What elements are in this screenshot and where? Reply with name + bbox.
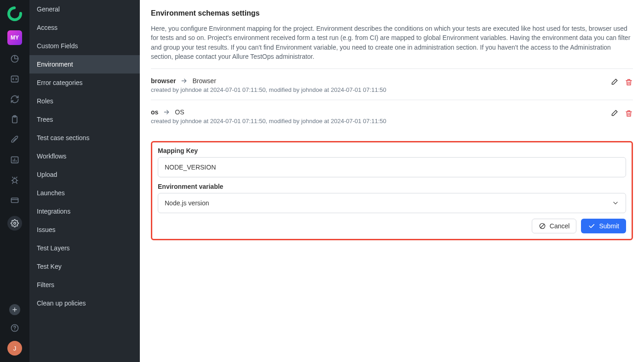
user-avatar[interactable]: J (7, 341, 22, 356)
check-icon (588, 222, 595, 230)
env-mapping-row: os OS created by johndoe at 2024-07-01 0… (151, 100, 633, 131)
mapping-key: os (151, 108, 158, 116)
sidebar-item-roles[interactable]: Roles (29, 92, 140, 110)
sidebar-item-test-key[interactable]: Test Key (29, 257, 140, 276)
env-mapping-row: browser Browser created by johndoe at 20… (151, 69, 633, 100)
cancel-button-label: Cancel (550, 222, 570, 230)
page-title: Environment schemas settings (151, 9, 633, 17)
mapping-value: Browser (192, 77, 216, 85)
trash-icon[interactable] (625, 109, 633, 118)
edit-icon[interactable] (610, 78, 618, 86)
card-icon[interactable] (10, 196, 19, 205)
page-description: Here, you configure Environment mapping … (151, 24, 633, 61)
cancel-icon (539, 222, 546, 230)
svg-point-5 (13, 179, 17, 182)
sidebar-item-environment[interactable]: Environment (29, 55, 140, 74)
sidebar-item-clean-up-policies[interactable]: Clean up policies (29, 294, 140, 312)
help-icon[interactable] (10, 323, 19, 333)
bar-chart-icon[interactable] (10, 155, 19, 164)
mapping-meta: created by johndoe at 2024-07-01 07:11:5… (151, 86, 610, 93)
sidebar-item-error-categories[interactable]: Error categories (29, 74, 140, 92)
env-var-label: Environment variable (158, 183, 626, 190)
bug-icon[interactable] (10, 175, 19, 185)
sidebar-item-launches[interactable]: Launches (29, 184, 140, 202)
sidebar-item-custom-fields[interactable]: Custom Fields (29, 37, 140, 55)
sidebar-item-filters[interactable]: Filters (29, 276, 140, 294)
svg-point-0 (9, 8, 21, 20)
clipboard-icon[interactable] (10, 115, 19, 124)
mapping-key: browser (151, 77, 176, 85)
chevron-down-icon (612, 199, 619, 207)
sidebar-item-access[interactable]: Access (29, 18, 140, 37)
svg-rect-6 (12, 198, 18, 203)
mapping-value: OS (175, 108, 184, 116)
trash-icon[interactable] (625, 78, 633, 86)
rail-nav-icons (7, 54, 22, 231)
sync-icon[interactable] (10, 95, 19, 104)
main-content: Environment schemas settings Here, you c… (140, 0, 644, 362)
arrow-right-icon (163, 108, 170, 116)
env-var-select-value: Node.js version (165, 199, 209, 207)
sidebar-item-upload[interactable]: Upload (29, 165, 140, 184)
add-button-icon[interactable] (9, 304, 20, 315)
project-badge[interactable]: MY (7, 30, 22, 45)
settings-icon[interactable] (7, 216, 22, 231)
edit-icon[interactable] (610, 109, 618, 118)
mapping-key-input[interactable] (158, 157, 626, 177)
settings-sidebar: General Access Custom Fields Environment… (29, 0, 140, 362)
mapping-meta: created by johndoe at 2024-07-01 07:11:5… (151, 118, 610, 124)
submit-button[interactable]: Submit (581, 219, 626, 233)
svg-line-10 (540, 224, 544, 228)
arrow-right-icon (180, 77, 188, 85)
rocket-icon[interactable] (10, 135, 19, 144)
sidebar-item-general[interactable]: General (29, 0, 140, 18)
submit-button-label: Submit (599, 222, 619, 230)
pie-chart-icon[interactable] (10, 54, 19, 63)
sidebar-item-test-case-sections[interactable]: Test case sections (29, 129, 140, 147)
env-var-select[interactable]: Node.js version (158, 193, 626, 213)
sidebar-item-trees[interactable]: Trees (29, 110, 140, 129)
svg-point-7 (14, 222, 16, 225)
code-icon[interactable] (10, 74, 19, 84)
app-logo-icon (7, 6, 22, 21)
nav-rail: MY (0, 0, 29, 362)
sidebar-item-test-layers[interactable]: Test Layers (29, 239, 140, 257)
sidebar-item-integrations[interactable]: Integrations (29, 202, 140, 221)
mapping-key-label: Mapping Key (158, 147, 626, 154)
add-mapping-form: Mapping Key Environment variable Node.js… (151, 141, 633, 240)
sidebar-item-issues[interactable]: Issues (29, 221, 140, 239)
cancel-button[interactable]: Cancel (532, 219, 577, 233)
sidebar-item-workflows[interactable]: Workflows (29, 147, 140, 165)
